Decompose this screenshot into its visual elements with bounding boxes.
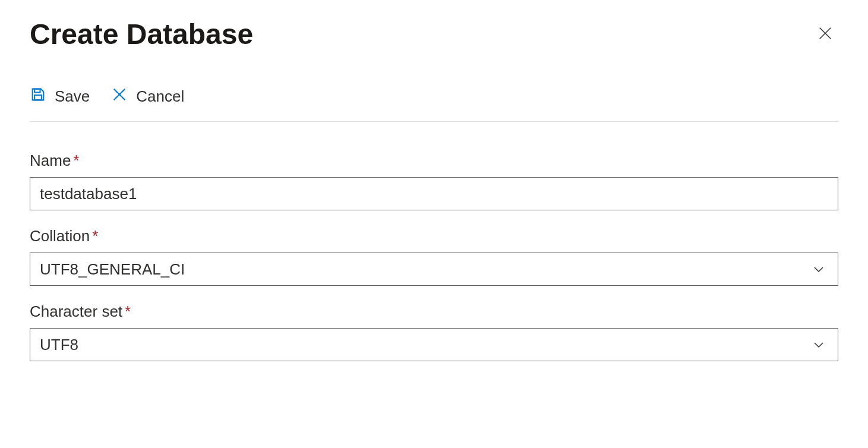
chevron-down-icon: [800, 337, 838, 352]
save-icon: [30, 86, 46, 107]
page-title: Create Database: [30, 18, 253, 51]
charset-field-group: Character set* UTF8: [30, 302, 838, 361]
close-button[interactable]: [812, 20, 838, 48]
required-indicator: *: [73, 152, 79, 169]
svg-rect-2: [34, 89, 40, 93]
charset-label: Character set*: [30, 302, 838, 321]
save-button-label: Save: [55, 87, 90, 106]
chevron-down-icon: [800, 262, 838, 276]
close-icon: [817, 25, 834, 43]
charset-select-value: UTF8: [30, 329, 800, 361]
save-button[interactable]: Save: [30, 86, 90, 107]
collation-label-text: Collation: [30, 227, 90, 245]
name-label: Name*: [30, 152, 838, 170]
required-indicator: *: [125, 302, 131, 320]
collation-select[interactable]: UTF8_GENERAL_CI: [30, 253, 838, 286]
svg-rect-3: [34, 95, 42, 100]
cancel-button[interactable]: Cancel: [111, 86, 184, 107]
required-indicator: *: [92, 227, 98, 245]
cancel-button-label: Cancel: [136, 87, 184, 106]
header-row: Create Database: [30, 18, 838, 51]
toolbar: Save Cancel: [30, 86, 838, 122]
collation-select-value: UTF8_GENERAL_CI: [30, 253, 800, 286]
name-field-group: Name*: [30, 152, 838, 210]
collation-label: Collation*: [30, 227, 838, 245]
charset-label-text: Character set: [30, 302, 122, 320]
name-label-text: Name: [30, 152, 71, 169]
cancel-icon: [111, 86, 128, 107]
collation-field-group: Collation* UTF8_GENERAL_CI: [30, 227, 838, 286]
name-input[interactable]: [30, 177, 838, 210]
charset-select[interactable]: UTF8: [30, 328, 838, 361]
